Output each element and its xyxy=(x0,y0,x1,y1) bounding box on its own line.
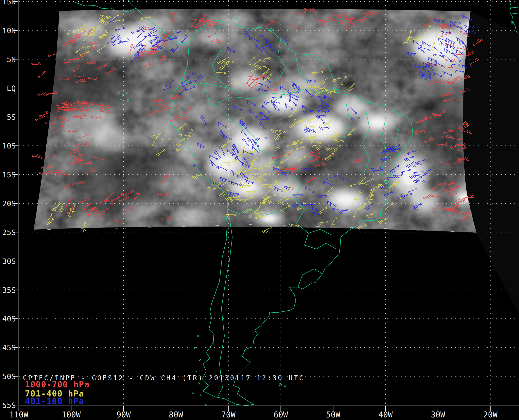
lon-label: 110W xyxy=(9,410,29,419)
lon-label: 80W xyxy=(169,410,183,419)
lat-label: 30S xyxy=(2,257,16,266)
lon-label: 70W xyxy=(221,410,236,419)
lat-label: 55S xyxy=(2,401,16,410)
lat-label: 10S xyxy=(2,142,16,150)
legend-item-high-level: 401-100 hPa xyxy=(25,397,84,405)
lat-label: 15S xyxy=(2,170,16,179)
lat-label: 40S xyxy=(2,315,16,323)
lon-label: 50W xyxy=(326,410,340,419)
lat-label: 10N xyxy=(2,26,16,35)
lat-label: 5S xyxy=(7,113,16,121)
lat-label: 50S xyxy=(2,372,16,381)
lon-label: 30W xyxy=(431,410,445,419)
map-canvas: 15N10N5NEQ5S10S15S20S25S30S35S40S45S50S5… xyxy=(0,0,519,420)
lon-label: 90W xyxy=(116,410,131,419)
lat-label: 15N xyxy=(2,0,16,6)
lat-label: 25S xyxy=(2,228,16,237)
lon-label: 100W xyxy=(62,410,81,419)
lat-label: 45S xyxy=(2,343,16,352)
lat-label: 20S xyxy=(2,199,16,208)
lat-label: 35S xyxy=(2,286,16,294)
lon-label: 60W xyxy=(274,410,288,419)
lon-label: 20W xyxy=(483,410,498,419)
lat-label: EQ xyxy=(7,84,16,93)
lat-label: 5N xyxy=(7,55,16,64)
satellite-wind-map-page: 15N10N5NEQ5S10S15S20S25S30S35S40S45S50S5… xyxy=(0,0,519,420)
legend-item-low-level: 1000-700 hPa xyxy=(25,381,90,389)
lon-label: 40W xyxy=(378,410,393,419)
